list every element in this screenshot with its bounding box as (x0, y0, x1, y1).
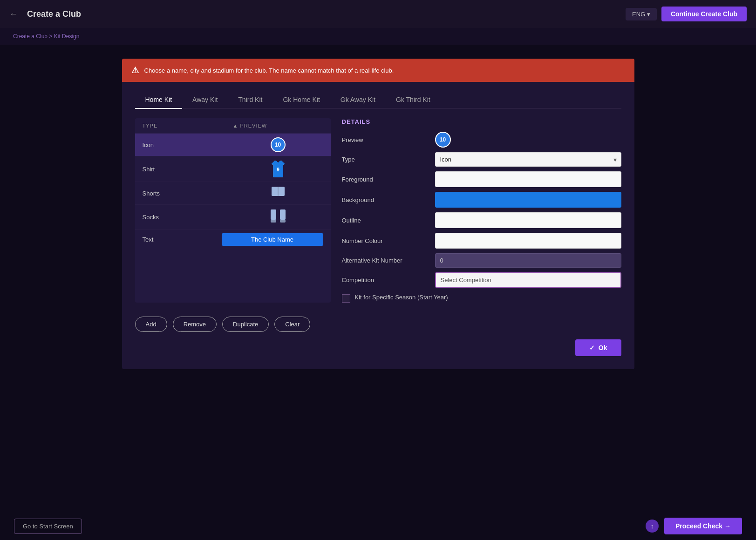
svg-rect-5 (271, 209, 276, 220)
detail-row-alt-kit-number: Alternative Kit Number (342, 253, 621, 268)
background-input[interactable] (435, 192, 621, 208)
type-select[interactable]: Icon Badge Text (435, 152, 621, 167)
proceed-button[interactable]: Proceed Check → (664, 518, 742, 534)
ok-checkmark: ✓ (589, 344, 595, 351)
detail-label-outline: Outline (342, 217, 435, 224)
detail-value-background[interactable] (435, 192, 621, 208)
tab-away-kit[interactable]: Away Kit (182, 91, 228, 109)
language-selector[interactable]: ENG ▾ (626, 8, 657, 20)
dialog-content: Home Kit Away Kit Third Kit Gk Home Kit … (122, 82, 634, 369)
tab-gk-home-kit[interactable]: Gk Home Kit (272, 91, 330, 109)
back-button[interactable]: ← (9, 9, 18, 19)
kit-tabs: Home Kit Away Kit Third Kit Gk Home Kit … (135, 91, 621, 109)
kit-type-shorts-label: Shorts (143, 190, 233, 197)
detail-value-preview: 10 (435, 132, 621, 148)
detail-label-preview: Preview (342, 136, 435, 143)
detail-row-foreground: Foreground (342, 171, 621, 187)
detail-value-foreground[interactable] (435, 171, 621, 187)
kit-preview-socks (233, 209, 323, 225)
details-panel: DETAILS Preview 10 Type Icon (342, 118, 621, 303)
shorts-svg (270, 186, 286, 201)
season-checkbox-label: Kit for Specific Season (Start Year) (355, 293, 448, 302)
preview-column-header: ▲ PREVIEW (233, 123, 323, 128)
kit-row-icon[interactable]: Icon 10 (135, 134, 331, 156)
kit-preview-icon: 10 (233, 137, 323, 152)
foreground-input[interactable] (435, 171, 621, 187)
add-button[interactable]: Add (135, 317, 167, 332)
svg-rect-7 (280, 209, 286, 220)
kit-preview-shirt: 9 (233, 160, 323, 178)
season-checkbox[interactable] (342, 294, 350, 303)
detail-label-alt-kit-number: Alternative Kit Number (342, 257, 435, 264)
detail-value-number-colour[interactable] (435, 233, 621, 249)
top-bar: ← Create a Club ENG ▾ Continue Create Cl… (0, 0, 756, 28)
detail-label-number-colour: Number Colour (342, 237, 435, 244)
preview-badge: 10 (435, 132, 451, 148)
main-area: ⚠ Choose a name, city and stadium for th… (0, 45, 756, 383)
proceed-area: ↑ Proceed Check → (646, 518, 742, 534)
duplicate-button[interactable]: Duplicate (222, 317, 269, 332)
page-title: Create a Club (27, 9, 81, 19)
detail-row-preview: Preview 10 (342, 132, 621, 148)
detail-label-background: Background (342, 196, 435, 203)
two-column-layout: TYPE ▲ PREVIEW Icon 10 Shirt (135, 118, 621, 303)
type-column-header: TYPE (143, 123, 233, 128)
warning-banner: ⚠ Choose a name, city and stadium for th… (122, 59, 634, 82)
kit-type-text-label: Text (143, 236, 222, 243)
tab-gk-third-kit[interactable]: Gk Third Kit (386, 91, 441, 109)
breadcrumb: Create a Club > Kit Design (13, 33, 79, 40)
proceed-icon: ↑ (646, 520, 659, 533)
detail-label-foreground: Foreground (342, 176, 435, 183)
detail-value-type[interactable]: Icon Badge Text (435, 152, 621, 167)
kit-type-icon-label: Icon (143, 142, 233, 148)
checkbox-row-season[interactable]: Kit for Specific Season (Start Year) (342, 293, 621, 303)
list-header: TYPE ▲ PREVIEW (135, 118, 331, 134)
detail-label-competition: Competition (342, 277, 435, 284)
details-header: DETAILS (342, 118, 621, 125)
detail-value-competition[interactable] (435, 272, 621, 288)
socks-svg (269, 209, 287, 225)
continue-create-club-button[interactable]: Continue Create Club (661, 7, 747, 21)
top-right-actions: ENG ▾ Continue Create Club (626, 7, 747, 21)
kit-row-socks[interactable]: Socks (135, 205, 331, 230)
tab-gk-away-kit[interactable]: Gk Away Kit (330, 91, 386, 109)
ok-label: Ok (599, 344, 607, 351)
tab-home-kit[interactable]: Home Kit (135, 91, 183, 109)
sub-bar: Create a Club > Kit Design (0, 28, 756, 45)
kit-row-text[interactable]: Text The Club Name (135, 230, 331, 250)
tab-third-kit[interactable]: Third Kit (228, 91, 272, 109)
detail-row-competition: Competition (342, 272, 621, 288)
kit-preview-shorts (233, 186, 323, 201)
alt-kit-number-input[interactable] (435, 253, 621, 268)
kit-row-shirt[interactable]: Shirt 9 (135, 156, 331, 182)
outline-input[interactable] (435, 212, 621, 228)
competition-input[interactable] (435, 272, 621, 288)
warning-icon: ⚠ (131, 65, 139, 75)
shirt-svg: 9 (270, 160, 286, 178)
kit-row-shorts[interactable]: Shorts (135, 182, 331, 205)
detail-row-number-colour: Number Colour (342, 233, 621, 249)
club-name-badge: The Club Name (222, 233, 323, 246)
ok-section: ✓ Ok (135, 339, 621, 356)
detail-value-outline[interactable] (435, 212, 621, 228)
kit-type-shirt-label: Shirt (143, 166, 233, 173)
bottom-buttons: Add Remove Duplicate Clear (135, 317, 621, 332)
bottom-bar: Go to Start Screen ↑ Proceed Check → (0, 512, 756, 540)
create-club-dialog: ⚠ Choose a name, city and stadium for th… (122, 59, 634, 369)
detail-row-background: Background (342, 192, 621, 208)
svg-rect-8 (280, 220, 286, 223)
number-colour-input[interactable] (435, 233, 621, 249)
clear-button[interactable]: Clear (274, 317, 310, 332)
detail-row-outline: Outline (342, 212, 621, 228)
kit-badge-icon: 10 (271, 137, 286, 152)
ok-button[interactable]: ✓ Ok (575, 339, 621, 356)
svg-rect-6 (271, 220, 276, 223)
go-to-start-button[interactable]: Go to Start Screen (14, 519, 82, 534)
detail-row-type: Type Icon Badge Text (342, 152, 621, 167)
warning-text: Choose a name, city and stadium for the … (144, 67, 394, 74)
detail-label-type: Type (342, 156, 435, 163)
svg-text:9: 9 (277, 167, 279, 172)
detail-value-alt-kit-number[interactable] (435, 253, 621, 268)
remove-button[interactable]: Remove (173, 317, 217, 332)
kit-list-panel: TYPE ▲ PREVIEW Icon 10 Shirt (135, 118, 331, 303)
